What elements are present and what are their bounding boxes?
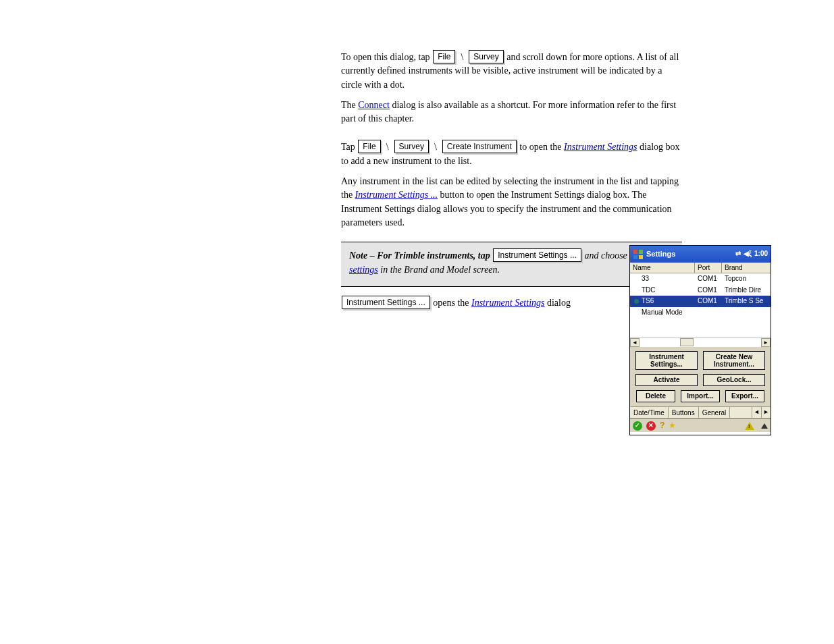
note-label: Note – For Trimble instruments, tap	[349, 250, 492, 261]
button-panel: Instrument Settings... Create New Instru…	[630, 347, 771, 406]
text: to open the	[519, 142, 564, 152]
cell-port: COM1	[695, 296, 722, 306]
favorite-icon[interactable]: ★	[669, 420, 676, 431]
cell-name: TS6	[630, 296, 695, 306]
active-indicator-icon	[634, 288, 639, 292]
survey-button-ref-2: Survey	[394, 140, 429, 153]
active-indicator-icon	[634, 299, 639, 304]
horizontal-scrollbar[interactable]: ◄ ►	[630, 338, 771, 347]
keyboard-toggle-icon[interactable]	[761, 423, 768, 429]
table-row[interactable]: Manual Mode	[630, 307, 771, 319]
scroll-track[interactable]	[640, 338, 761, 347]
text: and choose	[584, 250, 629, 261]
scroll-thumb[interactable]	[680, 338, 694, 346]
table-row[interactable]: TS6COM1Trimble S Se	[630, 296, 771, 307]
instrument-settings-link-2[interactable]: Instrument Settings ...	[355, 190, 438, 200]
paragraph-1: To open this dialog, tap File \ Survey a…	[341, 51, 682, 92]
activate-button[interactable]: Activate	[635, 374, 698, 386]
tab-scroll-left-icon[interactable]: ◄	[752, 407, 761, 418]
text: dialog	[547, 298, 571, 308]
warning-icon[interactable]	[745, 422, 754, 430]
windows-logo-icon	[633, 249, 644, 260]
svg-rect-3	[639, 255, 643, 259]
cell-port: COM1	[695, 274, 722, 284]
file-button-ref: File	[433, 50, 455, 63]
active-indicator-icon	[634, 310, 639, 315]
create-new-instrument-button[interactable]: Create New Instrument...	[703, 351, 765, 370]
text: in the Brand and Model screen.	[380, 265, 500, 275]
export-button[interactable]: Export...	[725, 390, 764, 402]
scroll-left-icon[interactable]: ◄	[630, 338, 640, 347]
text: opens the	[433, 298, 471, 308]
cell-brand: Topcon	[722, 274, 771, 284]
cancel-icon[interactable]: ✕	[646, 421, 656, 431]
svg-rect-0	[633, 250, 637, 254]
text: Tap	[341, 142, 357, 152]
col-brand[interactable]: Brand	[722, 263, 771, 273]
survey-button-ref: Survey	[469, 50, 503, 63]
help-icon[interactable]: ?	[660, 420, 664, 431]
cell-port	[695, 308, 722, 318]
clock-text: 1:00	[754, 249, 768, 259]
svg-rect-1	[639, 250, 643, 254]
geolock-button[interactable]: GeoLock...	[703, 374, 765, 386]
titlebar: Settings ⇄ ◀ξ 1:00	[630, 246, 771, 263]
bottom-toolbar: ✓ ✕ ? ★	[630, 419, 771, 432]
tab-scroll-right-icon[interactable]: ►	[761, 407, 771, 418]
table-row[interactable]: TDCCOM1Trimble Dire	[630, 285, 771, 296]
delete-button[interactable]: Delete	[636, 390, 675, 402]
paragraph-3: Tap File \ Survey \ Create Instrument to…	[341, 140, 682, 168]
cell-port: COM1	[695, 286, 722, 296]
tab-datetime[interactable]: Date/Time	[630, 407, 669, 418]
speaker-icon[interactable]: ◀ξ	[744, 249, 752, 259]
table-header: Name Port Brand	[630, 263, 771, 273]
create-instrument-button-ref: Create Instrument	[442, 140, 517, 153]
paragraph-2: The Connect dialog is also available as …	[341, 99, 682, 126]
instrument-settings-link-3[interactable]: Instrument Settings	[471, 298, 545, 308]
window-title: Settings	[646, 249, 735, 260]
import-button[interactable]: Import...	[681, 390, 720, 402]
file-button-ref-2: File	[358, 140, 380, 153]
active-indicator-icon	[634, 277, 639, 281]
cell-name: TDC	[630, 286, 695, 296]
svg-rect-2	[633, 255, 637, 259]
cell-brand	[722, 308, 771, 318]
ok-icon[interactable]: ✓	[633, 421, 642, 431]
tab-general[interactable]: General	[699, 407, 731, 418]
paragraph-4: Any instrument in the list can be edited…	[341, 175, 682, 230]
text: The	[341, 100, 358, 110]
connect-link[interactable]: Connect	[358, 100, 390, 110]
table-row[interactable]: 33COM1Topcon	[630, 273, 771, 285]
tab-strip: Date/Time Buttons General ◄ ►	[630, 406, 771, 419]
scroll-right-icon[interactable]: ►	[761, 338, 771, 347]
col-name[interactable]: Name	[630, 263, 695, 273]
connectivity-icon[interactable]: ⇄	[735, 249, 741, 259]
cell-brand: Trimble Dire	[722, 286, 771, 296]
tab-buttons[interactable]: Buttons	[669, 407, 699, 418]
instrument-settings-button[interactable]: Instrument Settings...	[635, 351, 698, 370]
cell-name: Manual Mode	[630, 308, 695, 318]
text: To open this dialog, tap	[341, 52, 432, 62]
col-port[interactable]: Port	[695, 263, 722, 273]
cell-name: 33	[630, 274, 695, 284]
instrument-settings-button-ref-2: Instrument Settings ...	[342, 296, 430, 309]
table-body[interactable]: 33COM1TopconTDCCOM1Trimble DireTS6COM1Tr…	[630, 273, 771, 338]
instrument-settings-link[interactable]: Instrument Settings	[564, 142, 637, 152]
text: dialog is also available as a shortcut. …	[341, 100, 676, 124]
pda-screenshot: Settings ⇄ ◀ξ 1:00 Name Port Brand 33COM…	[629, 245, 771, 435]
cell-brand: Trimble S Se	[722, 296, 771, 306]
instrument-settings-button-ref-note: Instrument Settings ...	[493, 248, 581, 262]
